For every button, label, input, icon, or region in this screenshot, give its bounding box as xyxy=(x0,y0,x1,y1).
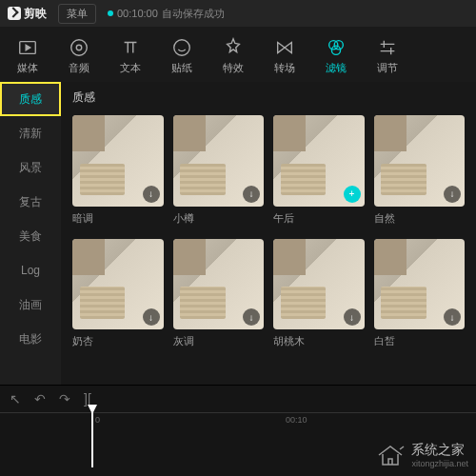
pointer-tool-icon[interactable]: ↖ xyxy=(10,391,21,407)
playhead[interactable] xyxy=(91,410,93,467)
download-icon[interactable]: ↓ xyxy=(444,186,461,203)
filter-preview: ↓ xyxy=(72,239,164,330)
svg-point-1 xyxy=(71,40,88,56)
tick-label: 0 xyxy=(95,415,100,425)
tab-adjust[interactable]: 调节 xyxy=(362,30,413,82)
filter-thumb[interactable]: ↓奶杏 xyxy=(72,239,164,349)
watermark-logo-icon xyxy=(375,442,406,468)
filter-thumb[interactable]: ↓暗调 xyxy=(72,115,164,226)
filter-label: 暗调 xyxy=(72,211,164,226)
section-title: 质感 xyxy=(72,89,465,106)
sidebar-item-0[interactable]: 质感 xyxy=(0,82,61,116)
filter-preview: ↓ xyxy=(374,239,466,330)
sticker-icon xyxy=(171,37,192,58)
sidebar-item-2[interactable]: 风景 xyxy=(0,150,61,185)
sidebar-item-3[interactable]: 复古 xyxy=(0,185,61,219)
filter-label: 午后 xyxy=(273,211,365,226)
download-icon[interactable]: ↓ xyxy=(243,186,260,203)
effect-icon xyxy=(223,37,244,58)
watermark: 系统之家 xitongzhijia.net xyxy=(375,442,468,468)
adjust-icon xyxy=(377,37,398,58)
tab-effect[interactable]: 特效 xyxy=(208,30,259,82)
download-icon[interactable]: ↓ xyxy=(143,186,160,203)
filter-preview: ↓ xyxy=(173,239,265,330)
tab-audio[interactable]: 音频 xyxy=(53,30,105,82)
sidebar-item-1[interactable]: 清新 xyxy=(0,116,61,150)
tab-media[interactable]: 媒体 xyxy=(2,30,53,82)
filter-category-sidebar: 质感清新风景复古美食Log油画电影 xyxy=(0,82,61,385)
audio-icon xyxy=(69,37,89,58)
autosave-status: 00:10:00 自动保存成功 xyxy=(108,7,225,21)
filter-label: 白皙 xyxy=(374,334,466,348)
filter-label: 小樽 xyxy=(173,211,265,226)
filter-grid: ↓暗调↓小樽+午后↓自然↓奶杏↓灰调↓胡桃木↓白皙 xyxy=(72,115,465,348)
filter-label: 自然 xyxy=(374,211,466,226)
tick-label: 00:10 xyxy=(286,415,307,425)
main-toolbar: 媒体 音频 文本 贴纸 特效 转场 滤镜 调节 xyxy=(0,27,476,82)
filter-icon xyxy=(326,37,347,58)
menu-button[interactable]: 菜单 xyxy=(58,4,96,24)
tab-sticker[interactable]: 贴纸 xyxy=(156,30,208,82)
svg-point-3 xyxy=(174,40,190,56)
download-icon[interactable]: ↓ xyxy=(143,308,160,326)
tab-filter[interactable]: 滤镜 xyxy=(310,30,362,82)
tab-text[interactable]: 文本 xyxy=(105,30,156,82)
sidebar-item-4[interactable]: 美食 xyxy=(0,219,61,253)
text-icon xyxy=(120,37,141,58)
filter-thumb[interactable]: ↓灰调 xyxy=(173,239,265,349)
media-icon xyxy=(17,37,38,58)
svg-point-5 xyxy=(334,41,343,50)
sidebar-item-7[interactable]: 电影 xyxy=(0,322,61,356)
logo-icon xyxy=(8,7,21,20)
svg-point-2 xyxy=(76,45,82,50)
timeline-ruler[interactable]: | 0 00:10 xyxy=(0,412,476,431)
filter-preview: ↓ xyxy=(72,115,164,207)
download-icon[interactable]: ↓ xyxy=(243,308,260,326)
sidebar-item-6[interactable]: 油画 xyxy=(0,288,61,322)
sidebar-item-5[interactable]: Log xyxy=(0,253,61,288)
filter-thumb[interactable]: +午后 xyxy=(273,115,365,226)
split-tool-icon[interactable]: ][ xyxy=(84,391,91,407)
filter-preview: ↓ xyxy=(374,115,466,207)
filter-grid-panel: 质感 ↓暗调↓小樽+午后↓自然↓奶杏↓灰调↓胡桃木↓白皙 xyxy=(61,82,476,385)
app-name: 剪映 xyxy=(24,6,47,22)
filter-label: 灰调 xyxy=(173,334,265,348)
watermark-url: xitongzhijia.net xyxy=(411,459,468,468)
transition-icon xyxy=(274,37,295,58)
filter-preview: ↓ xyxy=(173,115,265,207)
download-icon[interactable]: ↓ xyxy=(344,308,361,326)
filter-thumb[interactable]: ↓小樽 xyxy=(173,115,265,226)
app-logo: 剪映 xyxy=(8,6,47,22)
filter-label: 奶杏 xyxy=(72,334,164,348)
autosave-time: 00:10:00 xyxy=(117,8,158,19)
undo-icon[interactable]: ↶ xyxy=(34,391,46,407)
filter-thumb[interactable]: ↓白皙 xyxy=(374,239,466,349)
svg-point-6 xyxy=(331,46,340,54)
watermark-text: 系统之家 xyxy=(411,442,468,459)
download-icon[interactable]: ↓ xyxy=(444,308,461,326)
autosave-text: 自动保存成功 xyxy=(162,7,225,21)
filter-thumb[interactable]: ↓胡桃木 xyxy=(273,239,365,349)
filter-thumb[interactable]: ↓自然 xyxy=(374,115,466,226)
timeline-tools: ↖ ↶ ↷ ][ xyxy=(0,386,476,412)
main-area: 质感清新风景复古美食Log油画电影 质感 ↓暗调↓小樽+午后↓自然↓奶杏↓灰调↓… xyxy=(0,82,476,385)
filter-label: 胡桃木 xyxy=(273,334,365,348)
filter-preview: ↓ xyxy=(273,239,365,330)
add-icon[interactable]: + xyxy=(344,186,361,203)
redo-icon[interactable]: ↷ xyxy=(59,391,70,407)
status-dot-icon xyxy=(108,10,113,16)
filter-preview: + xyxy=(273,115,365,207)
tab-transition[interactable]: 转场 xyxy=(259,30,310,82)
titlebar: 剪映 菜单 00:10:00 自动保存成功 xyxy=(0,0,476,27)
